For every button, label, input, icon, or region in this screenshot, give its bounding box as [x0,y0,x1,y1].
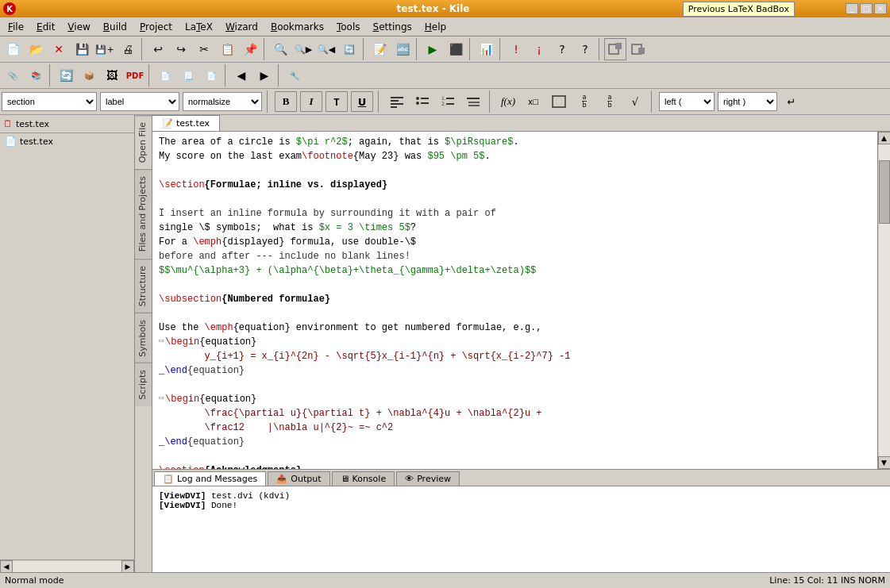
frac2-button[interactable]: a b [599,90,621,113]
prev-badbox-button[interactable] [604,38,626,60]
fold-icon-15[interactable]: ▭ [159,335,164,349]
menu-edit[interactable]: Edit [30,20,61,34]
copy-button[interactable]: 📋 [216,38,238,60]
latex-error-button[interactable]: ! [505,38,527,60]
close-button[interactable]: ✕ [874,3,887,14]
file-tree-item[interactable]: 📄 test.tex [0,133,134,149]
help2-button[interactable]: ? [574,38,596,60]
enum-button[interactable]: 1.2. [437,90,459,113]
align-left-button[interactable] [386,90,408,113]
underline-button[interactable]: U [351,91,373,112]
tool1-button[interactable]: 🔧 [283,64,306,86]
typewriter-button[interactable]: T [326,91,348,112]
view-ps-button[interactable]: 📃 [177,64,199,86]
menu-file[interactable]: File [2,20,30,34]
undo-button[interactable]: ↩ [147,38,169,60]
side-tab-openfile[interactable]: Open File [135,115,152,169]
vscroll-up-button[interactable]: ▲ [878,132,891,144]
italic-button[interactable]: I [300,91,322,112]
refresh-button[interactable]: 🔄 [55,64,77,86]
menu-view[interactable]: View [61,20,96,34]
menu-help[interactable]: Help [418,20,453,34]
right-panel: 📝 test.tex The area of a circle is $\pi … [152,115,890,572]
svg-point-10 [416,102,419,105]
pkg-button[interactable]: 📦 [78,64,100,86]
superscript-button[interactable]: x□ [522,90,545,113]
sqrt-button[interactable]: √ [624,90,646,113]
find-next-button[interactable]: 🔍▶ [292,38,314,60]
img-button[interactable]: 🖼 [101,64,123,86]
menu-build[interactable]: Build [97,20,133,34]
menu-bookmarks[interactable]: Bookmarks [264,20,330,34]
view-dvi-button[interactable]: 📄 [200,64,222,86]
vscroll-track[interactable] [879,144,890,456]
find-button[interactable]: 🔍 [269,38,291,60]
latex-warn-button[interactable]: ¡ [528,38,550,60]
right-bracket-select[interactable]: right ) right ] right } [718,92,777,111]
close-doc-button[interactable]: ✕ [48,38,70,60]
spell2-button[interactable]: 🔤 [391,38,414,60]
bottom-tab-konsole[interactable]: 🖥 Konsole [332,471,395,486]
side-tab-scripts[interactable]: Scripts [135,363,152,406]
section-select[interactable]: section subsection subsubsection chapter [2,92,97,111]
hscroll-left-button[interactable]: ◀ [0,560,13,573]
side-tab-structure[interactable]: Structure [135,259,152,313]
side-tab-symbols[interactable]: Symbols [135,313,152,363]
nav2-button[interactable]: ▶ [253,64,275,86]
size-select[interactable]: normalsize small large [183,92,262,111]
side-tab-filesprojects[interactable]: Files and Projects [135,169,152,258]
label-select[interactable]: label ref [100,92,179,111]
compile-button[interactable]: ▶ [422,38,444,60]
editor-content[interactable]: The area of a circle is $\pi r^2$; again… [152,132,877,469]
bold-button[interactable]: B [275,91,297,112]
list-button[interactable] [411,90,433,113]
find-prev-button[interactable]: 🔍◀ [315,38,337,60]
stop-button[interactable]: ⬛ [445,38,467,60]
cut-button[interactable]: ✂ [193,38,215,60]
minimize-button[interactable]: _ [846,3,858,14]
fold-icon-19[interactable]: ▭ [159,392,164,406]
pdf-button[interactable]: PDF [124,64,146,86]
bottom-tab-output[interactable]: 📤 Output [268,471,329,486]
redo-button[interactable]: ↪ [170,38,192,60]
menu-tools[interactable]: Tools [330,20,367,34]
new-button[interactable]: 📄 [2,38,24,60]
maximize-button[interactable]: □ [860,3,873,14]
frac-button[interactable]: a b [573,90,595,113]
formula-button[interactable]: f(x) [497,90,519,113]
replace-button[interactable]: 🔄 [338,38,360,60]
nav1-button[interactable]: ◀ [230,64,252,86]
toolbar-sep-2 [264,38,267,60]
open-button[interactable]: 📂 [25,38,47,60]
bottom-tab-log[interactable]: 📋 Log and Messages [154,471,266,486]
ref-button[interactable]: 📎 [2,64,24,86]
help1-button[interactable]: ? [551,38,573,60]
hscroll-track[interactable] [13,561,121,572]
insert-bracket-button[interactable]: ↵ [780,90,803,113]
editor-line: _\end{equation} [159,363,871,378]
menu-project[interactable]: Project [133,20,179,34]
desc-button[interactable] [462,90,484,113]
bottom-tab-preview[interactable]: 👁 Preview [396,471,460,486]
print-button[interactable]: 🖨 [117,38,139,60]
svg-rect-3 [638,48,645,54]
toolbar-sep-1 [141,38,144,60]
hscroll-right-button[interactable]: ▶ [121,560,134,573]
left-bracket-select[interactable]: left ( left [ left { [659,92,715,111]
vscroll-thumb[interactable] [879,160,890,224]
menu-settings[interactable]: Settings [367,20,418,34]
next-badbox-button[interactable] [627,38,649,60]
paste-button[interactable]: 📌 [239,38,261,60]
spell-button[interactable]: 📝 [368,38,391,60]
save-all-button[interactable]: 💾+ [94,38,116,60]
frame-button[interactable] [548,90,570,113]
save-button[interactable]: 💾 [71,38,93,60]
menu-latex[interactable]: LaTeX [179,20,219,34]
view-pdf-button[interactable]: 📄 [154,64,176,86]
vscroll-down-button[interactable]: ▼ [878,456,891,469]
chart-button[interactable]: 📊 [475,38,497,60]
format-sep-2 [378,90,381,113]
menu-wizard[interactable]: Wizard [219,20,264,34]
bib-button[interactable]: 📚 [25,64,47,86]
editor-tab-testtex[interactable]: 📝 test.tex [152,115,220,131]
